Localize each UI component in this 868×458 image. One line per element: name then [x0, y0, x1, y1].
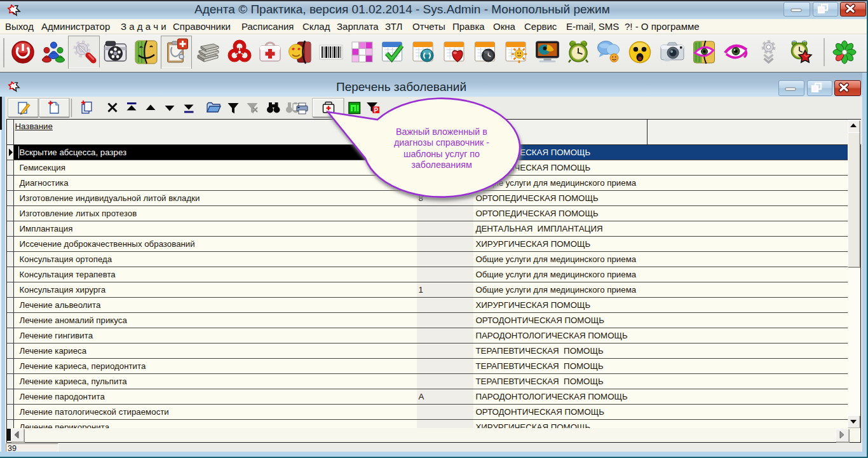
- svg-text:шаблоны услуг по: шаблоны услуг по: [403, 149, 480, 159]
- svg-text:Важный вложенный в: Важный вложенный в: [396, 127, 487, 137]
- svg-text:заболеваниям: заболеваниям: [411, 160, 471, 170]
- svg-text:диагнозы справочник -: диагнозы справочник -: [394, 137, 489, 148]
